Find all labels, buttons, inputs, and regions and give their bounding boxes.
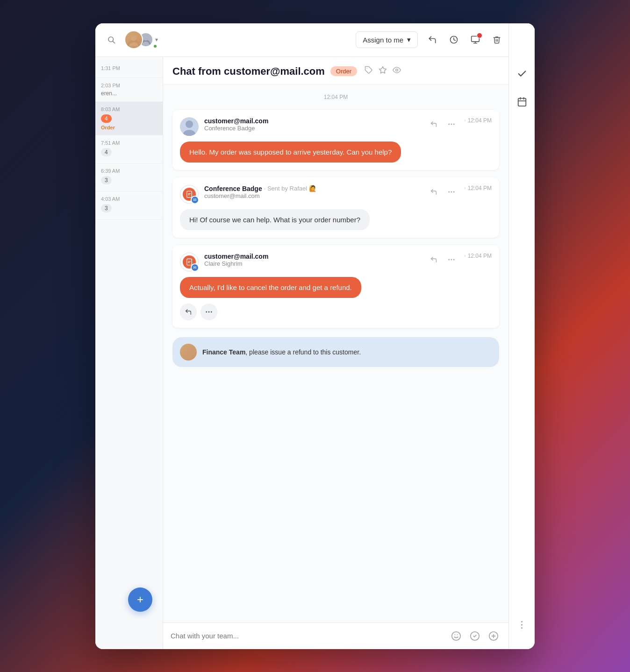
svg-rect-29 [187,259,192,265]
chat-input[interactable] [171,632,444,640]
assign-label: Assign to me [363,36,403,44]
clock-button[interactable] [445,31,463,49]
message-bubble: Hi! Of course we can help. What is your … [180,209,370,230]
list-item[interactable]: 4:03 AM 3 [95,191,163,219]
svg-point-37 [211,311,212,312]
add-button[interactable] [486,629,501,644]
svg-point-33 [451,259,452,260]
message-quick-actions [180,304,492,320]
message-time: › 12:04 PM [464,253,492,259]
more-message-button[interactable] [444,117,458,131]
sender-subtitle: customer@mail.com [204,192,421,199]
sender-name: customer@mail.com [204,117,421,125]
snooze-button[interactable] [466,31,484,49]
message-time: › 12:04 PM [464,185,492,191]
svg-point-49 [521,621,523,622]
list-item[interactable]: 8:03 AM 4 Order [95,102,163,135]
svg-point-32 [449,259,450,260]
svg-point-34 [453,259,455,260]
reply-message-button[interactable] [427,185,441,199]
sender-name: customer@mail.com [204,253,421,260]
avatar [180,117,199,136]
internal-note: Finance Team, please issue a refund to t… [172,337,499,367]
svg-point-38 [452,631,460,640]
reply-button[interactable] [423,31,441,49]
svg-point-35 [206,311,207,312]
toolbar-left: ▾ [103,30,158,49]
messages-list: 12:04 PM customer@mail.com [163,85,508,622]
svg-marker-15 [379,67,387,73]
avatar-chevron-icon: ▾ [155,36,158,43]
avatar-primary [124,30,143,49]
svg-point-6 [144,36,148,41]
svg-point-27 [451,191,452,192]
svg-line-1 [113,41,115,43]
reply-message-button[interactable] [427,117,441,131]
more-sidebar-button[interactable] [513,615,531,634]
main-content: 1:31 PM 2:03 PM eren... 8:03 AM 4 Order … [95,57,535,649]
svg-point-50 [521,624,523,625]
delete-button[interactable] [488,31,506,49]
assign-chevron-icon: ▾ [407,35,411,44]
sender-subtitle: Claire Sighrim [204,260,421,267]
app-window: ▾ Assign to me ▾ [95,23,535,649]
svg-point-22 [453,123,455,125]
assign-to-me-button[interactable]: Assign to me ▾ [356,31,418,48]
chat-title: Chat from customer@mail.com [172,65,325,78]
tag-icon[interactable] [365,66,373,77]
calendar-button[interactable] [513,92,531,111]
svg-point-21 [451,123,452,125]
svg-point-28 [453,191,455,192]
reply-message-button[interactable] [427,253,441,267]
search-button[interactable] [103,31,120,48]
checkmark-button[interactable] [513,64,531,83]
eye-icon[interactable] [393,66,401,77]
emoji-button[interactable] [449,629,464,644]
timestamp-center: 12:04 PM [172,94,499,100]
right-sidebar [508,57,535,649]
svg-point-20 [449,123,450,125]
chat-header: Chat from customer@mail.com Order [163,57,508,85]
note-text: Finance Team, please issue a refund to t… [202,348,361,356]
svg-point-3 [131,35,137,41]
list-item[interactable]: 7:51 AM 4 [95,135,163,163]
more-message-button[interactable] [444,253,458,267]
star-icon[interactable] [379,66,387,77]
input-icons [449,629,501,644]
message-bubble: Actually, I'd like to cancel the order a… [180,277,361,298]
quick-more-button[interactable] [200,304,217,320]
svg-point-51 [521,627,523,629]
list-item[interactable]: 1:31 PM [95,61,163,78]
svg-rect-23 [187,191,192,197]
list-item[interactable]: 2:03 PM eren... [95,78,163,102]
conversations-sidebar: 1:31 PM 2:03 PM eren... 8:03 AM 4 Order … [95,57,163,649]
message-card: customer@mail.com Conference Badge [172,110,499,170]
message-card: ✉ Conference Badge · Sent by Rafael 🙋 cu… [172,177,499,238]
message-card: ✉ customer@mail.com Claire Sighrim [172,245,499,328]
online-indicator [153,44,158,49]
conference-badge-avatar: ✉ [180,253,199,271]
svg-rect-45 [518,98,526,106]
toolbar: ▾ Assign to me ▾ [95,23,535,57]
more-message-button[interactable] [444,185,458,199]
svg-point-16 [396,69,398,71]
check-circle-button[interactable] [467,629,482,644]
chat-input-area [163,622,508,649]
sender-name: Conference Badge [204,185,262,192]
header-actions [365,66,401,77]
sender-subtitle: Conference Badge [204,125,421,132]
conference-badge-avatar: ✉ [180,185,199,204]
notification-badge [477,33,482,38]
message-time: › 12:04 PM [464,117,492,124]
svg-point-18 [186,120,193,128]
chat-area: Chat from customer@mail.com Order [163,57,508,649]
avatar-group[interactable]: ▾ [124,30,158,49]
svg-point-26 [449,191,450,192]
message-bubble: Hello. My order was supposed to arrive y… [180,141,401,163]
svg-point-36 [208,311,210,312]
note-avatar [180,344,197,361]
list-item[interactable]: 6:39 AM 3 [95,163,163,191]
quick-reply-button[interactable] [180,304,197,320]
fab-add-button[interactable]: + [128,587,152,612]
order-badge[interactable]: Order [330,66,357,76]
